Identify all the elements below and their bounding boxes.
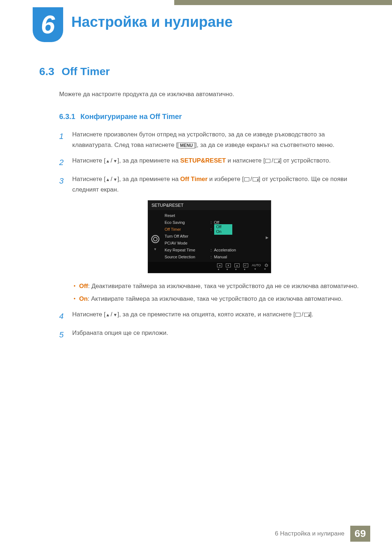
gear-icon: [151, 235, 159, 243]
osd-footer-up-icon: ▴▾: [234, 263, 240, 271]
step-1: 1 Натиснете произволен бутон отпред на у…: [59, 130, 359, 151]
slash-icon: [250, 176, 253, 182]
step-body: Натиснете [], за да се преместите на опц…: [72, 309, 359, 323]
step-body: Натиснете [], за да преминете на SETUP&R…: [72, 156, 359, 169]
slash-icon: [110, 157, 113, 164]
section-title: Off Timer: [62, 65, 110, 78]
page-footer: 6 Настройка и нулиране 69: [275, 526, 370, 542]
osd-row-offtimer: Off Timer : Off On: [163, 226, 269, 233]
section-heading: 6.3 Off Timer: [39, 65, 359, 78]
osd-footer: ◂▾ ▾▾ ▴▾ ↵▾ AUTO▾ ⏻▾: [148, 262, 271, 273]
step-5: 5 Избраната опция ще се приложи.: [59, 328, 359, 341]
page-number: 69: [350, 526, 370, 542]
osd-row-source: Source Detection : Manual: [163, 254, 269, 260]
bullet-off: • Off: Деактивирате таймера за изключван…: [74, 281, 359, 292]
menu-button-icon: MENU: [178, 143, 195, 148]
step-body: Избраната опция ще се приложи.: [72, 328, 359, 341]
step-number: 1: [59, 130, 66, 151]
osd-footer-enter-icon: ↵▾: [243, 263, 248, 271]
osd-footer-down-icon: ▾▾: [226, 263, 231, 271]
bullet-icon: •: [74, 281, 75, 292]
step-body: Натиснете [], за да преминете на Off Tim…: [72, 174, 359, 195]
osd-row-keyrepeat: Key Repeat Time : Acceleration: [163, 247, 269, 254]
chapter-header: 6 Настройка и нулиране: [0, 0, 392, 51]
down-arrow-icon: [113, 311, 118, 318]
up-arrow-icon: [106, 311, 110, 318]
section-number: 6.3: [39, 65, 54, 78]
option-bullets: • Off: Деактивирате таймера за изключван…: [74, 281, 359, 304]
osd-title: SETUP&RESET: [148, 201, 271, 210]
section-intro: Можете да настроите продукта да се изклю…: [59, 91, 359, 98]
step-number: 3: [59, 174, 66, 195]
osd-row-reset: Reset: [163, 212, 269, 219]
osd-footer-back-icon: ◂▾: [217, 263, 222, 271]
slash-icon: [271, 157, 274, 164]
osd-screenshot: SETUP&RESET ▼ Reset Eco Saving : Off: [148, 200, 271, 273]
step-body: Натиснете произволен бутон отпред на уст…: [72, 130, 359, 151]
step-2: 2 Натиснете [], за да преминете на SETUP…: [59, 156, 359, 169]
footer-chapter-label: 6 Настройка и нулиране: [275, 530, 344, 537]
bullet-icon: •: [74, 294, 75, 304]
step-number: 2: [59, 156, 66, 169]
step-list: 1 Натиснете произволен бутон отпред на у…: [59, 130, 359, 342]
enter-icon: [253, 177, 258, 181]
page: 6 Настройка и нулиране 6.3 Off Timer Мож…: [0, 0, 392, 554]
chapter-number-badge: 6: [33, 7, 63, 42]
osd-body: ▼ Reset Eco Saving : Off Off Timer: [148, 210, 271, 262]
slash-icon: [301, 311, 304, 318]
osd-footer-power-icon: ⏻▾: [265, 263, 268, 271]
slash-icon: [110, 311, 113, 318]
chapter-title: Настройка и нулиране: [71, 14, 232, 30]
subsection-number: 6.3.1: [59, 112, 75, 121]
osd-sidebar: ▼: [148, 210, 163, 262]
highlight-setupreset: SETUP&RESET: [180, 157, 226, 164]
select-icon: [295, 313, 301, 317]
up-arrow-icon: [106, 176, 110, 182]
content: 6.3 Off Timer Можете да настроите продук…: [0, 51, 392, 342]
enter-icon: [274, 159, 280, 163]
step-4: 4 Натиснете [], за да се преместите на о…: [59, 309, 359, 323]
right-arrow-icon: ▶: [266, 235, 269, 239]
osd-footer-auto: AUTO▾: [252, 263, 261, 271]
bullet-on: • On: Активирате таймера за изключване, …: [74, 294, 359, 304]
up-arrow-icon: [106, 157, 110, 164]
highlight-offtimer: Off Timer: [180, 176, 208, 182]
subsection-title: Конфигуриране на Off Timer: [80, 112, 181, 121]
down-arrow-icon: ▼: [154, 247, 157, 251]
select-icon: [244, 177, 249, 181]
step-3: 3 Натиснете [], за да преминете на Off T…: [59, 174, 359, 195]
select-icon: [265, 159, 270, 163]
subsection-heading: 6.3.1 Конфигуриране на Off Timer: [59, 112, 359, 121]
down-arrow-icon: [113, 176, 118, 182]
slash-icon: [110, 176, 113, 182]
osd-menu-list: Reset Eco Saving : Off Off Timer :: [163, 210, 271, 262]
step-number: 4: [59, 309, 66, 323]
osd-dropdown-selected: Off On: [214, 224, 232, 234]
step-number: 5: [59, 328, 66, 341]
enter-icon: [304, 313, 310, 317]
down-arrow-icon: [113, 157, 118, 164]
osd-row-pcav: PC/AV Mode: [163, 240, 269, 247]
